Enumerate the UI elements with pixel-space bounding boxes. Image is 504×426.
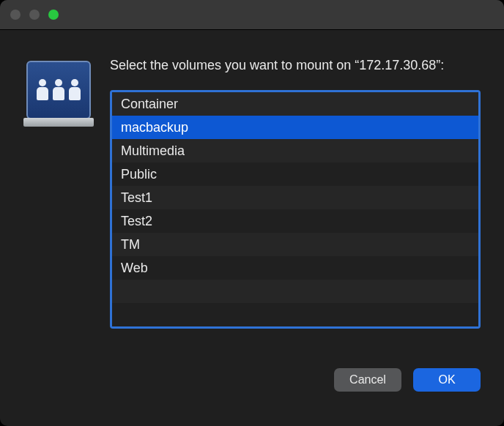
volume-row-macbackup[interactable]: macbackup (112, 116, 478, 139)
volume-row-web[interactable]: Web (112, 256, 478, 280)
volume-row-empty (112, 280, 478, 303)
close-window-icon[interactable] (10, 10, 21, 20)
dialog-prompt: Select the volumes you want to mount on … (110, 56, 481, 74)
dialog-footer: Cancel OK (0, 346, 504, 392)
volume-row-multimedia[interactable]: Multimedia (112, 139, 478, 162)
zoom-window-icon[interactable] (48, 10, 59, 20)
volume-row-test2[interactable]: Test2 (112, 209, 478, 233)
volume-listbox[interactable]: ContainermacbackupMultimediaPublicTest1T… (110, 90, 481, 329)
ok-button[interactable]: OK (413, 368, 481, 392)
volume-row-public[interactable]: Public (112, 162, 478, 186)
volume-row-container[interactable]: Container (112, 92, 478, 116)
cancel-button[interactable]: Cancel (334, 368, 401, 392)
minimize-window-icon[interactable] (29, 10, 40, 20)
volume-row-empty (112, 303, 478, 326)
network-share-icon (23, 56, 94, 127)
window-titlebar (0, 0, 504, 30)
volume-row-tm[interactable]: TM (112, 233, 478, 256)
volume-row-test1[interactable]: Test1 (112, 186, 478, 209)
